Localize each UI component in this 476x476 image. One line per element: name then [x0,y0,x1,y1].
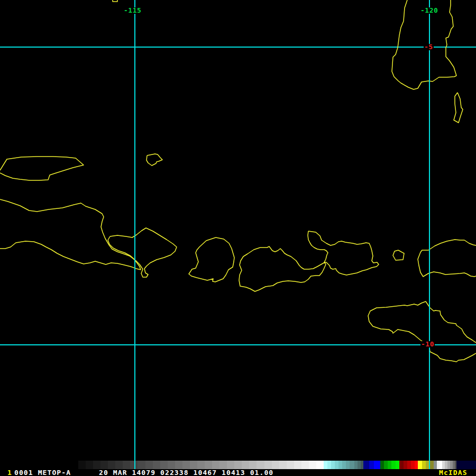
image-id-satellite-label: 0001 METOP-A [14,469,71,476]
colorbar-gray-step [287,461,295,469]
colorbar-gray-step [234,461,242,469]
coastline-kangean-island [147,154,162,166]
colorbar-gray-step [301,461,309,469]
colorbar-gray-step [272,461,280,469]
longitude-grid-line [429,0,430,469]
colorbar-gray-step [138,461,145,469]
longitude-label: -115 [123,7,142,14]
frame-number: 1 [7,469,12,476]
colorbar-gray-step [100,461,108,469]
colorbar-gray-step [123,461,131,469]
colorbar-gray-step [93,461,101,469]
colorbar-gray-step [168,461,176,469]
latitude-label: -5 [424,44,434,50]
longitude-grid-line [134,0,135,469]
colorbar-gray-step [249,461,257,469]
colorbar-gray-step [205,461,213,469]
colorbar-gray-step [153,461,161,469]
mcidas-brand-label: McIDAS [439,469,468,476]
colorbar-color-step [363,461,370,469]
mcidas-image-display: -115-120-5-10 1 0001 METOP-A 20 MAR 1407… [0,0,476,476]
map-canvas [0,0,476,476]
latitude-label: -10 [420,341,435,347]
coastline-sumbawa [239,246,326,291]
coastline-lombok [189,237,234,282]
colorbar-gray-step [160,461,168,469]
colorbar-gray-step [212,461,220,469]
colorbar-gray-step [86,461,94,469]
enhancement-colorbar [0,461,476,469]
coastline-bali [108,228,177,277]
colorbar-gray-step [115,461,123,469]
coastline-komodo-flores-west [308,231,379,275]
coastline-sumba [368,301,476,362]
colorbar-color-step [374,461,381,469]
colorbar-gray-step [197,461,205,469]
colorbar-gray-step [257,461,264,469]
coastline-selayar-island [454,93,463,123]
coastline-east-java [0,199,141,270]
colorbar-gray-step [190,461,198,469]
colorbar-gray-step [175,461,183,469]
colorbar-gray-step [279,461,287,469]
coastline-flores-east [418,240,476,277]
colorbar-gray-step [182,461,190,469]
colorbar-gray-step [316,461,324,469]
colorbar-gray-step [294,461,302,469]
coastline-madura [0,157,84,180]
colorbar-gray-step [108,461,116,469]
colorbar-gray-step [242,461,250,469]
colorbar-color-step [456,461,476,469]
coastline-rinca-island [393,250,404,260]
colorbar-gray-step [78,461,86,469]
longitude-label: -120 [420,7,438,14]
colorbar-gray-step [309,461,317,469]
colorbar-gray-step [145,461,153,469]
coastline-top-edge-fragment [113,0,117,2]
image-datetime-label: 20 MAR 14079 022338 10467 10413 01.00 [99,469,273,476]
colorbar-gray-step [219,461,227,469]
colorbar-gray-step [264,461,272,469]
colorbar-gray-step [227,461,235,469]
